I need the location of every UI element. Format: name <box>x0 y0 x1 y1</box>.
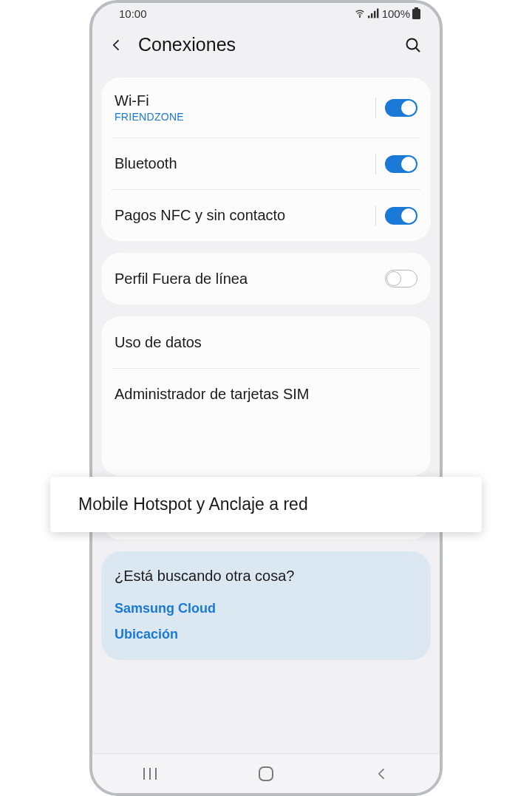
nav-recents[interactable] <box>128 766 172 781</box>
svg-point-0 <box>359 16 360 17</box>
sim-title: Administrador de tarjetas SIM <box>115 386 417 403</box>
search-button[interactable] <box>400 36 426 54</box>
svg-rect-4 <box>377 9 378 18</box>
wifi-subtitle: FRIENDZONE <box>115 111 375 123</box>
page-title: Conexiones <box>138 34 400 55</box>
phone-frame: 10:00 100% Conexiones <box>89 0 443 796</box>
wifi-icon <box>354 8 366 18</box>
svg-rect-2 <box>371 13 372 18</box>
nfc-toggle[interactable] <box>385 207 417 225</box>
status-bar: 10:00 100% <box>92 3 440 24</box>
divider <box>375 205 376 226</box>
bluetooth-title: Bluetooth <box>115 155 375 172</box>
nav-back[interactable] <box>360 766 404 782</box>
airplane-title: Perfil Fuera de línea <box>115 271 385 288</box>
signal-icon <box>368 8 380 18</box>
card-data: Uso de datos Administrador de tarjetas S… <box>101 316 431 476</box>
bluetooth-toggle[interactable] <box>385 155 417 173</box>
content: Wi-Fi FRIENDZONE Bluetooth <box>92 78 440 660</box>
suggest-link-ubicacion[interactable]: Ubicación <box>115 627 417 642</box>
svg-rect-1 <box>368 16 369 18</box>
status-battery-text: 100% <box>382 7 410 20</box>
hotspot-title: Mobile Hotspot y Anclaje a red <box>78 494 454 514</box>
divider <box>375 154 376 174</box>
row-sim[interactable]: Administrador de tarjetas SIM <box>112 368 420 420</box>
back-button[interactable] <box>106 36 128 54</box>
card-airplane: Perfil Fuera de línea <box>101 253 431 305</box>
wifi-title: Wi-Fi <box>115 92 375 109</box>
suggest-question: ¿Está buscando otra cosa? <box>115 568 417 585</box>
battery-icon <box>412 7 420 19</box>
status-time: 10:00 <box>119 7 147 20</box>
nav-bar <box>92 753 440 793</box>
suggest-link-samsung-cloud[interactable]: Samsung Cloud <box>115 601 417 616</box>
card-suggestions: ¿Está buscando otra cosa? Samsung Cloud … <box>101 551 431 660</box>
card-connectivity: Wi-Fi FRIENDZONE Bluetooth <box>101 78 431 241</box>
svg-rect-6 <box>412 9 420 19</box>
nfc-title: Pagos NFC y sin contacto <box>115 207 375 224</box>
divider <box>375 98 376 118</box>
data-usage-title: Uso de datos <box>115 334 417 351</box>
nav-home[interactable] <box>244 766 288 782</box>
header: Conexiones <box>92 24 440 78</box>
svg-rect-5 <box>415 7 418 9</box>
status-right: 100% <box>354 7 420 20</box>
airplane-toggle[interactable] <box>385 270 417 288</box>
row-bluetooth[interactable]: Bluetooth <box>112 137 420 189</box>
hotspot-spacer <box>101 420 431 476</box>
row-nfc[interactable]: Pagos NFC y sin contacto <box>112 189 420 241</box>
svg-point-7 <box>407 38 417 49</box>
wifi-toggle[interactable] <box>385 99 417 117</box>
svg-rect-12 <box>259 767 273 780</box>
svg-rect-3 <box>374 11 375 18</box>
row-wifi[interactable]: Wi-Fi FRIENDZONE <box>101 78 431 137</box>
row-data-usage[interactable]: Uso de datos <box>101 316 431 368</box>
svg-line-8 <box>416 47 420 51</box>
row-airplane[interactable]: Perfil Fuera de línea <box>101 253 431 305</box>
row-hotspot-highlight[interactable]: Mobile Hotspot y Anclaje a red <box>50 477 482 532</box>
